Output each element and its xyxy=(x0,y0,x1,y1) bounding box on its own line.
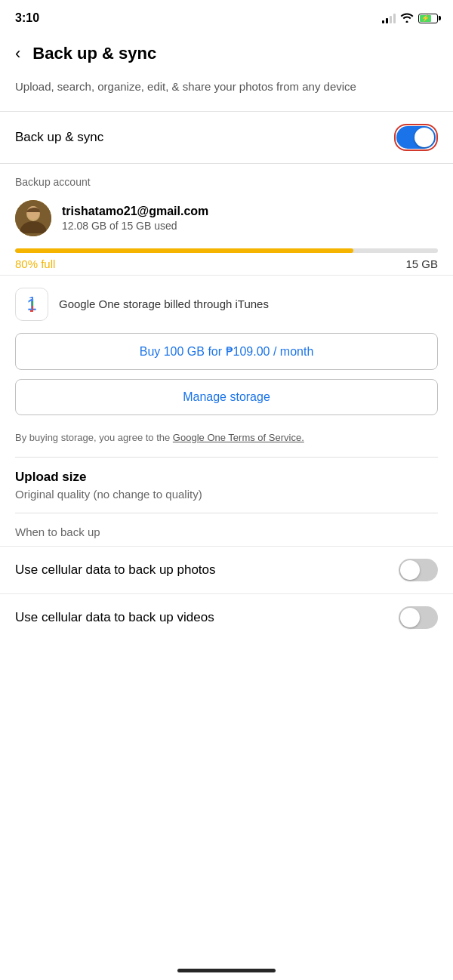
cellular-photos-toggle[interactable] xyxy=(399,559,438,581)
storage-bar-container: 80% full 15 GB xyxy=(0,248,453,275)
account-storage-used: 12.08 GB of 15 GB used xyxy=(62,220,208,232)
status-bar: 3:10 ⚡ xyxy=(0,0,453,33)
manage-storage-button[interactable]: Manage storage xyxy=(15,379,438,415)
back-button[interactable]: ‹ xyxy=(12,41,23,66)
toggle-knob xyxy=(414,128,434,147)
home-indicator xyxy=(177,969,276,972)
status-time: 3:10 xyxy=(15,11,39,25)
upload-size-subtitle: Original quality (no change to quality) xyxy=(15,488,438,501)
signal-icon xyxy=(382,13,396,23)
cellular-videos-toggle[interactable] xyxy=(399,606,438,629)
when-to-backup-label: When to back up xyxy=(0,513,453,546)
terms-text: By buying storage, you agree to the Goog… xyxy=(0,424,453,458)
buy-storage-button[interactable]: Buy 100 GB for ₱109.00 / month xyxy=(15,333,438,370)
upload-size-title: Upload size xyxy=(15,470,438,485)
account-info: trishatamo21@gmail.com 12.08 GB of 15 GB… xyxy=(62,205,208,232)
cellular-videos-row: Use cellular data to back up videos xyxy=(0,593,453,641)
wifi-icon xyxy=(400,12,414,25)
backup-sync-toggle[interactable] xyxy=(396,126,436,149)
account-row: trishatamo21@gmail.com 12.08 GB of 15 GB… xyxy=(0,194,453,248)
terms-link[interactable]: Google One Terms of Service. xyxy=(173,432,304,443)
avatar xyxy=(15,200,51,236)
backup-sync-toggle-wrapper xyxy=(394,124,438,151)
battery-icon: ⚡ xyxy=(418,14,438,23)
backup-sync-label: Back up & sync xyxy=(15,130,103,145)
svg-marker-7 xyxy=(32,301,33,306)
cellular-photos-label: Use cellular data to back up photos xyxy=(15,562,216,578)
cellular-videos-toggle-knob xyxy=(400,608,420,627)
backup-account-label: Backup account xyxy=(0,164,453,194)
account-email: trishatamo21@gmail.com xyxy=(62,205,208,218)
google-one-row: 1 Google One storage billed through iTun… xyxy=(0,275,453,333)
page-title: Back up & sync xyxy=(32,44,156,63)
upload-size-section: Upload size Original quality (no change … xyxy=(0,458,453,501)
storage-total-label: 15 GB xyxy=(405,257,438,270)
status-icons: ⚡ xyxy=(382,12,438,25)
backup-sync-row: Back up & sync xyxy=(0,112,453,164)
storage-percent-label: 80% full xyxy=(15,257,55,270)
cellular-photos-toggle-knob xyxy=(400,560,420,580)
google-one-icon: 1 xyxy=(15,288,48,321)
storage-bar-labels: 80% full 15 GB xyxy=(15,253,438,270)
cellular-photos-row: Use cellular data to back up photos xyxy=(0,546,453,593)
page-header: ‹ Back up & sync xyxy=(0,33,453,79)
svg-marker-6 xyxy=(32,297,33,301)
cellular-videos-label: Use cellular data to back up videos xyxy=(15,610,214,625)
description-text: Upload, search, organize, edit, & share … xyxy=(0,79,453,111)
google-one-text: Google One storage billed through iTunes xyxy=(59,296,269,312)
